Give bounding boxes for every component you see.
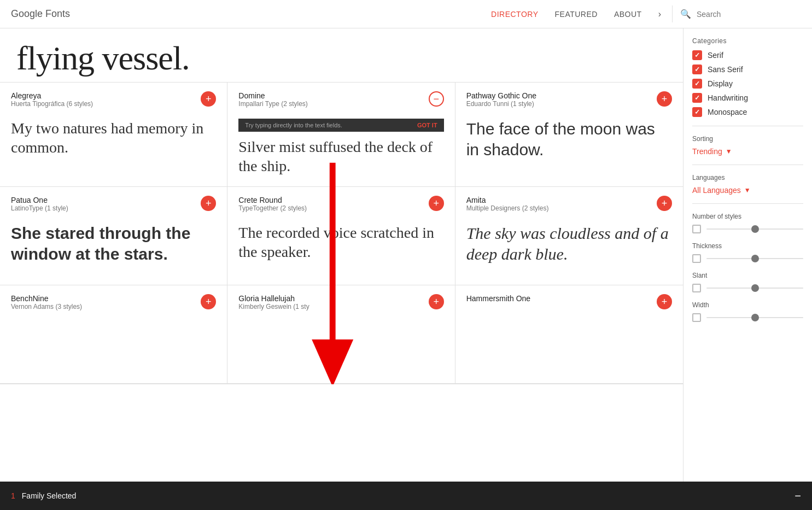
font-grid: Alegreya Huerta Tipográfica (6 styles) +…	[0, 83, 683, 384]
checkbox-sans-serif-label: Sans Serif	[708, 65, 743, 74]
add-font-button[interactable]: +	[657, 294, 672, 309]
font-name: Hammersmith One	[466, 294, 530, 303]
search-bar: 🔍	[672, 5, 801, 22]
width-slider: Width	[692, 301, 803, 322]
slider-row	[692, 284, 803, 292]
slant-slider: Slant	[692, 272, 803, 292]
checkbox-monospace-label: Monospace	[708, 108, 747, 116]
slider-row	[692, 254, 803, 263]
font-preview: The sky was cloudless and of a deep dark…	[466, 223, 672, 264]
toast-notification: 1 Family Selected −	[0, 482, 812, 510]
font-name: BenchNine	[11, 294, 82, 303]
font-card-amita: Amita Multiple Designers (2 styles) + Th…	[455, 187, 683, 285]
toast-close-button[interactable]: −	[795, 490, 801, 502]
thickness-slider: Thickness	[692, 242, 803, 263]
font-card-header: Crete Round TypeTogether (2 styles) +	[238, 196, 443, 221]
number-of-styles-slider: Number of styles	[692, 213, 803, 233]
font-name: Domine	[238, 91, 308, 100]
font-info: Gloria Hallelujah Kimberly Geswein (1 st…	[238, 294, 309, 319]
font-author: LatinoType (1 style)	[11, 204, 68, 212]
font-card-header: Alegreya Huerta Tipográfica (6 styles) +	[11, 91, 216, 116]
font-info: Amita Multiple Designers (2 styles)	[466, 196, 549, 221]
languages-select[interactable]: All Languages ▼	[692, 186, 803, 195]
check-icon: ✓	[694, 51, 700, 59]
add-font-button[interactable]: +	[201, 91, 216, 107]
check-icon: ✓	[694, 66, 700, 73]
header: Google Fonts DIRECTORY FEATURED ABOUT › …	[0, 0, 812, 28]
slider-track[interactable]	[706, 317, 803, 318]
checkbox-serif[interactable]: ✓ Serif	[692, 50, 803, 60]
font-info: Crete Round TypeTogether (2 styles)	[238, 196, 307, 221]
font-card-header: Amita Multiple Designers (2 styles) +	[466, 196, 672, 221]
checkbox-display[interactable]: ✓ Display	[692, 79, 803, 89]
add-font-button[interactable]: +	[201, 294, 216, 309]
checkbox-sans-serif[interactable]: ✓ Sans Serif	[692, 65, 803, 74]
checkbox-handwriting-label: Handwriting	[708, 93, 748, 102]
remove-font-button[interactable]: −	[429, 91, 444, 107]
font-author: Multiple Designers (2 styles)	[466, 204, 549, 212]
hint-cta[interactable]: GOT IT	[417, 122, 437, 128]
slider-track[interactable]	[706, 258, 803, 259]
font-name: Gloria Hallelujah	[238, 294, 309, 303]
hero-section: flying vessel.	[0, 28, 683, 83]
checkbox-display-label: Display	[708, 79, 733, 88]
slider-track[interactable]	[706, 228, 803, 230]
sidebar-divider-1	[692, 126, 803, 126]
sorting-section: Sorting Trending ▼	[692, 135, 803, 156]
font-author: Kimberly Geswein (1 sty	[238, 303, 309, 310]
slider-checkbox[interactable]	[692, 225, 701, 233]
typing-hint-bar: Try typing directly into the text fields…	[238, 119, 443, 132]
font-author: TypeTogether (2 styles)	[238, 204, 307, 212]
font-card-header: Pathway Gothic One Eduardo Tunni (1 styl…	[466, 91, 672, 116]
checkbox-serif-box: ✓	[692, 50, 702, 60]
font-info: Alegreya Huerta Tipográfica (6 styles)	[11, 91, 93, 116]
add-font-button[interactable]: +	[201, 196, 216, 211]
add-font-button[interactable]: +	[429, 196, 444, 211]
hero-text: flying vessel.	[16, 39, 667, 77]
font-card-header: Gloria Hallelujah Kimberly Geswein (1 st…	[238, 294, 443, 319]
font-grid-wrapper: Alegreya Huerta Tipográfica (6 styles) +…	[0, 83, 683, 384]
add-font-button[interactable]: +	[657, 91, 672, 107]
font-info: Hammersmith One	[466, 294, 530, 312]
font-name: Alegreya	[11, 91, 93, 100]
sorting-select[interactable]: Trending ▼	[692, 147, 803, 156]
font-preview: My two natures had memory in common.	[11, 119, 216, 157]
search-input[interactable]	[697, 10, 793, 19]
font-preview: The recorded voice scratched in the spea…	[238, 223, 443, 261]
font-author: Huerta Tipográfica (6 styles)	[11, 100, 93, 108]
sidebar: Categories ✓ Serif ✓ Sans Serif ✓ Displa…	[683, 28, 812, 510]
nav-about[interactable]: ABOUT	[614, 10, 642, 19]
slider-checkbox[interactable]	[692, 254, 701, 263]
slider-checkbox[interactable]	[692, 284, 701, 292]
nav-featured[interactable]: FEATURED	[555, 10, 598, 19]
nav-directory[interactable]: DIRECTORY	[491, 10, 538, 19]
slider-thumb	[751, 284, 759, 292]
nav-more-icon[interactable]: ›	[658, 9, 661, 19]
slider-thumb	[751, 255, 759, 262]
checkbox-monospace[interactable]: ✓ Monospace	[692, 107, 803, 117]
checkbox-serif-label: Serif	[708, 51, 723, 60]
check-icon: ✓	[694, 80, 700, 87]
font-name: Crete Round	[238, 196, 307, 204]
font-info: Patua One LatinoType (1 style)	[11, 196, 68, 221]
checkbox-handwriting-box: ✓	[692, 93, 702, 103]
font-author: Impallari Type (2 styles)	[238, 100, 308, 108]
font-card-pathway-gothic: Pathway Gothic One Eduardo Tunni (1 styl…	[455, 83, 683, 187]
font-preview: The face of the moon was in shadow.	[466, 119, 672, 160]
add-font-button[interactable]: +	[429, 294, 444, 309]
nav: DIRECTORY FEATURED ABOUT ›	[491, 9, 661, 19]
main-content: flying vessel. Alegreya	[0, 28, 683, 510]
slider-track[interactable]	[706, 288, 803, 289]
checkbox-handwriting[interactable]: ✓ Handwriting	[692, 93, 803, 103]
toast-count: 1	[11, 491, 15, 500]
checkbox-display-box: ✓	[692, 79, 702, 89]
slider-title: Slant	[692, 272, 803, 279]
font-preview: Silver mist suffused the deck of the shi…	[238, 137, 443, 175]
font-name: Patua One	[11, 196, 68, 204]
checkbox-sans-serif-box: ✓	[692, 65, 702, 74]
slider-checkbox[interactable]	[692, 313, 701, 322]
check-icon: ✓	[694, 94, 700, 102]
slider-thumb	[751, 225, 759, 233]
categories-title: Categories	[692, 37, 803, 45]
add-font-button[interactable]: +	[657, 196, 672, 211]
